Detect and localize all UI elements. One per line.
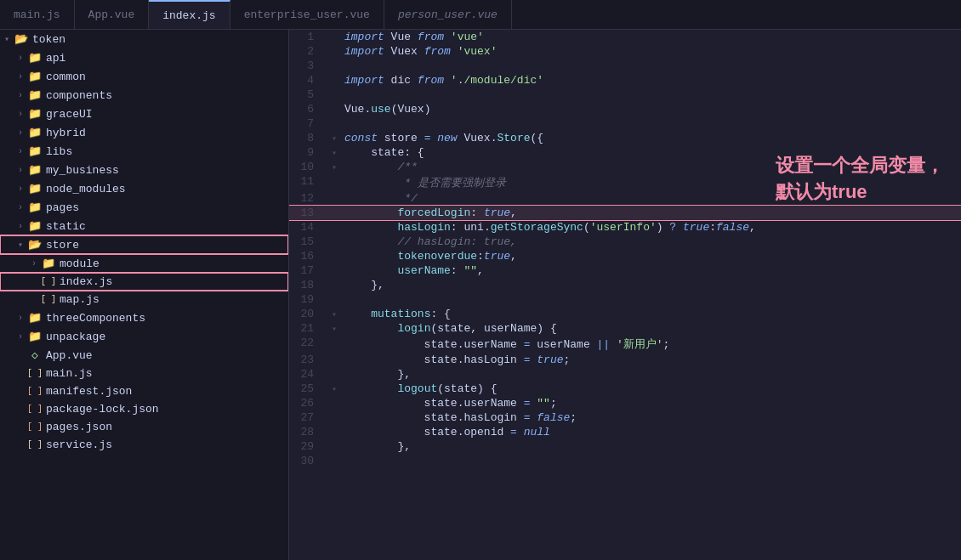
tree-item-hybrid[interactable]: ›📁hybrid xyxy=(0,123,288,142)
line-number: 4 xyxy=(289,73,327,88)
main-layout: ▾📂token›📁api›📁common›📁components›📁graceU… xyxy=(0,30,961,560)
tree-item-static[interactable]: ›📁static xyxy=(0,217,288,235)
line-number: 26 xyxy=(289,396,327,410)
tab-enterprise-uservue[interactable]: enterprise_user.vue xyxy=(230,0,384,29)
line-number: 27 xyxy=(289,410,327,425)
fold-indicator xyxy=(327,220,341,235)
tree-item-graceui[interactable]: ›📁graceUI xyxy=(0,105,288,123)
code-line-9: 9▾ state: { xyxy=(289,145,961,160)
tree-item-main-js[interactable]: [ ]main.js xyxy=(0,365,288,382)
code-line-11: 11 * 是否需要强制登录 xyxy=(289,174,961,191)
folder-icon: 📂 xyxy=(14,32,29,46)
tree-label: pages xyxy=(46,201,79,214)
tab-mainjs[interactable]: main.js xyxy=(0,0,75,29)
code-line-2: 2import Vuex from 'vuex' xyxy=(289,44,961,59)
code-line-18: 18 }, xyxy=(289,278,961,292)
fold-indicator xyxy=(327,59,341,73)
fold-indicator xyxy=(327,454,341,468)
tree-item-index-js[interactable]: [ ]index.js xyxy=(0,273,288,291)
line-number: 19 xyxy=(289,292,327,307)
folder-arrow-icon: › xyxy=(14,184,27,194)
code-content xyxy=(341,116,961,131)
tree-item-store[interactable]: ▾📂store xyxy=(0,235,288,254)
tree-item-my-business[interactable]: ›📁my_business xyxy=(0,161,288,179)
folder-arrow-icon: › xyxy=(14,72,27,82)
code-content: hasLogin: uni.getStorageSync('userInfo')… xyxy=(341,220,961,235)
tree-item-api[interactable]: ›📁api xyxy=(0,48,288,67)
tree-item-token[interactable]: ▾📂token xyxy=(0,30,288,48)
tree-item-unpackage[interactable]: ›📁unpackage xyxy=(0,327,288,346)
code-line-21: 21▾ login(state, userName) { xyxy=(289,321,961,336)
code-content: }, xyxy=(341,278,961,292)
line-number: 6 xyxy=(289,102,327,116)
tree-label: unpackage xyxy=(46,331,105,343)
code-content: userName: "", xyxy=(341,263,961,278)
tree-item-package-lock-json[interactable]: [ ]package-lock.json xyxy=(0,400,288,418)
code-line-24: 24 }, xyxy=(289,367,961,382)
tab-indexjs[interactable]: index.js xyxy=(149,0,230,29)
line-number: 10 xyxy=(289,160,327,174)
folder-icon: 📁 xyxy=(27,126,43,139)
tree-label: service.js xyxy=(46,438,112,451)
code-area[interactable]: 1import Vue from 'vue'2import Vuex from … xyxy=(289,30,961,560)
code-content: state.hasLogin = false; xyxy=(341,410,961,425)
line-number: 3 xyxy=(289,59,327,73)
tree-item-app-vue[interactable]: ◇App.vue xyxy=(0,346,288,365)
tree-label: threeComponents xyxy=(46,312,145,325)
fold-indicator: ▾ xyxy=(327,131,341,145)
code-content: login(state, userName) { xyxy=(341,321,961,336)
code-content: import Vue from 'vue' xyxy=(341,30,961,44)
tree-item-threecomponents[interactable]: ›📁threeComponents xyxy=(0,308,288,327)
tree-item-map-js[interactable]: [ ]map.js xyxy=(0,291,288,308)
folder-icon: 📁 xyxy=(27,88,43,102)
tab-person-uservue[interactable]: person_user.vue xyxy=(384,0,512,29)
tree-item-service-js[interactable]: [ ]service.js xyxy=(0,436,288,454)
file-icon: [ ] xyxy=(27,404,43,414)
folder-arrow-icon: › xyxy=(14,91,27,100)
fold-indicator xyxy=(327,278,341,292)
code-content: // hasLogin: true, xyxy=(341,235,961,249)
code-content: /** xyxy=(341,160,961,174)
tree-item-node-modules[interactable]: ›📁node_modules xyxy=(0,179,288,198)
fold-indicator xyxy=(327,367,341,382)
fold-indicator xyxy=(327,116,341,131)
folder-arrow-icon: › xyxy=(14,166,27,175)
fold-indicator xyxy=(327,88,341,102)
tree-label: node_modules xyxy=(46,183,126,195)
fold-indicator xyxy=(327,336,341,353)
tab-Appvue[interactable]: App.vue xyxy=(75,0,150,29)
file-icon: [ ] xyxy=(27,440,43,450)
tree-item-common[interactable]: ›📁common xyxy=(0,67,288,86)
tree-label: App.vue xyxy=(46,349,93,362)
code-content: state: { xyxy=(341,145,961,160)
folder-icon: 📁 xyxy=(27,311,43,325)
tree-item-pages[interactable]: ›📁pages xyxy=(0,198,288,217)
tree-item-components[interactable]: ›📁components xyxy=(0,86,288,105)
line-number: 28 xyxy=(289,425,327,439)
line-number: 20 xyxy=(289,307,327,321)
tree-label: module xyxy=(60,257,100,270)
tree-item-pages-json[interactable]: [ ]pages.json xyxy=(0,418,288,436)
tree-label: token xyxy=(32,33,65,46)
code-line-22: 22 state.userName = userName || '新用户'; xyxy=(289,336,961,353)
fold-indicator xyxy=(327,439,341,454)
code-content: state.userName = ""; xyxy=(341,396,961,410)
fold-indicator xyxy=(327,396,341,410)
tree-item-manifest-json[interactable]: [ ]manifest.json xyxy=(0,382,288,400)
folder-arrow-icon: › xyxy=(14,110,27,119)
file-icon: [ ] xyxy=(27,387,43,396)
sidebar: ▾📂token›📁api›📁common›📁components›📁graceU… xyxy=(0,30,289,560)
code-content: */ xyxy=(341,191,961,206)
folder-icon: 📁 xyxy=(27,182,43,195)
code-line-28: 28 state.openid = null xyxy=(289,425,961,439)
code-line-17: 17 userName: "", xyxy=(289,263,961,278)
tree-item-libs[interactable]: ›📁libs xyxy=(0,142,288,161)
tree-item-module[interactable]: ›📁module xyxy=(0,254,288,273)
folder-icon: 📁 xyxy=(27,70,43,83)
code-content xyxy=(341,59,961,73)
line-number: 15 xyxy=(289,235,327,249)
code-content: import dic from './module/dic' xyxy=(341,73,961,88)
code-content: const store = new Vuex.Store({ xyxy=(341,131,961,145)
fold-indicator: ▾ xyxy=(327,160,341,174)
line-number: 9 xyxy=(289,145,327,160)
